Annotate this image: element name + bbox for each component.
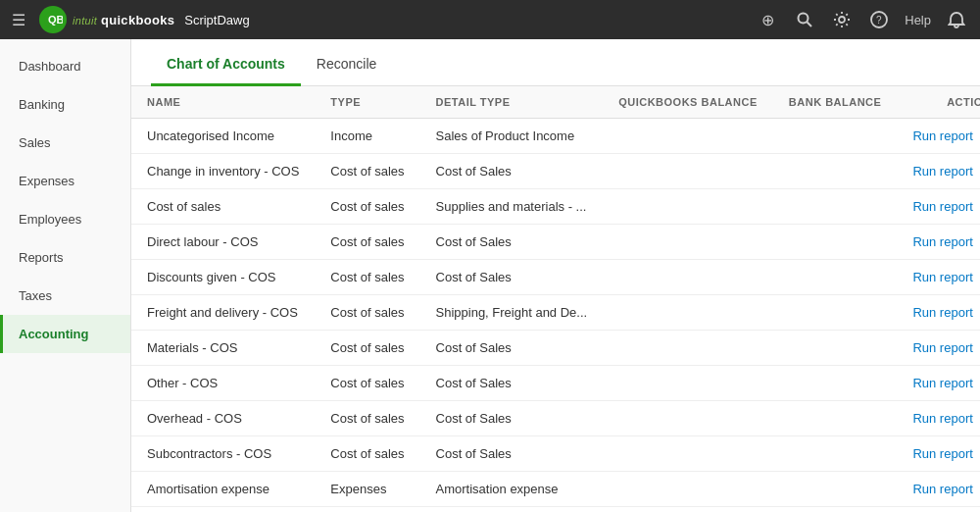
table-row: Overhead - COS Cost of sales Cost of Sal… [131,401,980,436]
add-icon[interactable]: ⊕ [756,8,779,31]
tab-reconcile[interactable]: Reconcile [301,44,392,86]
cell-detail-type: Sales of Product Income [420,119,604,154]
cell-type: Cost of sales [315,260,419,295]
cell-detail-type: Cost of Sales [420,331,604,366]
cell-type: Cost of sales [315,331,419,366]
cell-name: Uncategorised Income [131,119,315,154]
cell-action: Run report ▼ [897,154,980,189]
logo-area: QB intuit quickbooks [39,6,174,33]
table-header-row: NAME TYPE DETAIL TYPE QUICKBOOKS BALANCE… [131,86,980,119]
cell-detail-type: Cost of Sales [420,366,604,401]
cell-type: Cost of sales [315,225,419,260]
cell-name: Discounts given - COS [131,260,315,295]
cell-name: Other - COS [131,366,315,401]
table-row: Uncategorised Income Income Sales of Pro… [131,119,980,154]
sidebar-item-reports[interactable]: Reports [0,238,130,277]
help-circle-icon[interactable]: ? [867,8,891,31]
cell-name: Change in inventory - COS [131,154,315,189]
table-row: Amortisation expense Expenses Amortisati… [131,472,980,507]
hamburger-icon[interactable]: ☰ [12,11,25,29]
cell-qb-balance [603,189,773,225]
cell-qb-balance [603,119,773,154]
col-header-bank-balance: BANK BALANCE [773,86,898,119]
help-button[interactable]: Help [905,13,931,27]
svg-text:QB: QB [48,14,63,26]
table-row: Cost of sales Cost of sales Supplies and… [131,189,980,225]
cell-name: Overhead - COS [131,401,315,436]
cell-bank-balance [773,189,898,225]
run-report-button[interactable]: Run report [912,482,972,496]
cell-action: Run report ▼ [897,295,980,331]
cell-qb-balance [603,331,773,366]
cell-name: Amortisation expense [131,472,315,507]
cell-type: Cost of sales [315,154,419,189]
cell-type: Expenses [315,472,419,507]
accounts-table-container: NAME TYPE DETAIL TYPE QUICKBOOKS BALANCE… [131,86,980,512]
cell-bank-balance [773,472,898,507]
cell-action: Run report ▼ [897,225,980,260]
cell-action: Run report ▼ [897,119,980,154]
col-header-qb-balance: QUICKBOOKS BALANCE [603,86,773,119]
run-report-button[interactable]: Run report [912,411,972,426]
tab-chart-of-accounts[interactable]: Chart of Accounts [151,44,301,86]
cell-name: Cost of sales [131,189,315,225]
notifications-icon[interactable] [945,8,968,31]
cell-type: Income [315,119,419,154]
sidebar-item-taxes[interactable]: Taxes [0,277,130,315]
sidebar-item-dashboard[interactable]: Dashboard [0,47,130,85]
run-report-button[interactable]: Run report [912,446,972,461]
cell-qb-balance [603,260,773,295]
cell-bank-balance [773,154,898,189]
cell-qb-balance [603,436,773,472]
table-row: Change in inventory - COS Cost of sales … [131,154,980,189]
table-row: Discounts given - COS Cost of sales Cost… [131,260,980,295]
cell-qb-balance [603,295,773,331]
run-report-button[interactable]: Run report [912,340,972,355]
cell-qb-balance [603,366,773,401]
cell-type: Cost of sales [315,295,419,331]
run-report-button[interactable]: Run report [912,199,972,214]
col-header-name: NAME [131,86,315,119]
accounts-table: NAME TYPE DETAIL TYPE QUICKBOOKS BALANCE… [131,86,980,507]
sidebar-item-banking[interactable]: Banking [0,85,130,124]
run-report-button[interactable]: Run report [912,270,972,284]
search-icon[interactable] [793,8,816,31]
run-report-button[interactable]: Run report [912,376,972,390]
cell-bank-balance [773,119,898,154]
cell-bank-balance [773,366,898,401]
col-header-action: ACTION [897,86,980,119]
run-report-button[interactable]: Run report [912,305,972,320]
cell-bank-balance [773,401,898,436]
cell-detail-type: Cost of Sales [420,154,604,189]
table-row: Other - COS Cost of sales Cost of Sales … [131,366,980,401]
col-header-type: TYPE [315,86,419,119]
table-row: Subcontractors - COS Cost of sales Cost … [131,436,980,472]
cell-action: Run report ▼ [897,436,980,472]
svg-text:?: ? [876,15,882,26]
cell-name: Freight and delivery - COS [131,295,315,331]
cell-type: Cost of sales [315,436,419,472]
cell-qb-balance [603,225,773,260]
cell-action: Run report ▼ [897,472,980,507]
main-content: Chart of Accounts Reconcile NAME TYPE DE… [131,39,980,512]
cell-bank-balance [773,225,898,260]
cell-qb-balance [603,154,773,189]
sidebar-item-expenses[interactable]: Expenses [0,162,130,200]
brand-name: intuit quickbooks [73,13,174,27]
cell-action: Run report ▼ [897,189,980,225]
sidebar-item-sales[interactable]: Sales [0,124,130,162]
settings-icon[interactable] [830,8,854,31]
run-report-button[interactable]: Run report [912,164,972,179]
tabs-bar: Chart of Accounts Reconcile [131,39,980,86]
run-report-button[interactable]: Run report [912,128,972,143]
cell-name: Subcontractors - COS [131,436,315,472]
sidebar-item-accounting[interactable]: Accounting [0,315,130,353]
cell-type: Cost of sales [315,189,419,225]
sidebar-item-employees[interactable]: Employees [0,200,130,238]
run-report-button[interactable]: Run report [912,234,972,249]
cell-bank-balance [773,436,898,472]
cell-qb-balance [603,472,773,507]
cell-name: Materials - COS [131,331,315,366]
cell-detail-type: Cost of Sales [420,225,604,260]
cell-action: Run report ▼ [897,331,980,366]
